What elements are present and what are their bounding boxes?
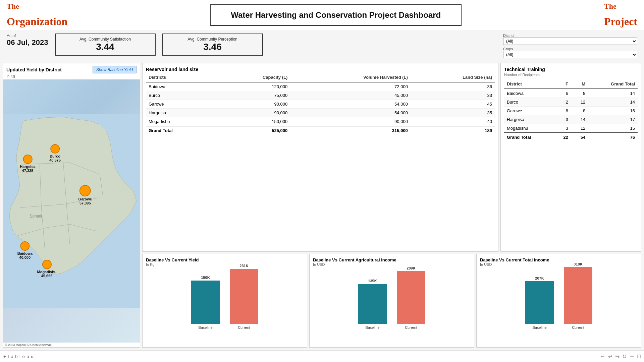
tr-district: Burco [504, 98, 554, 107]
total-income-baseline-group: 207K Baseline [525, 276, 554, 329]
district-filter-group: District (All) [503, 34, 637, 45]
header: The Organization Water Harvesting and Co… [0, 0, 644, 30]
res-capacity: 150,000 [217, 117, 290, 126]
perception-card: Avg. Community Perception 3.46 [162, 34, 263, 56]
agri-current-label: Current [405, 325, 417, 329]
nav-undo-icon[interactable]: ↩ [608, 353, 612, 360]
agri-chart-title: Baseline Vs Current Agricultural Income [313, 257, 471, 262]
res-capacity: 120,000 [217, 82, 290, 91]
agri-bar-chart: 135K Baseline 209K Current [313, 269, 471, 329]
training-row: Hargeisa 3 14 17 [504, 115, 638, 124]
res-land: 40 [411, 117, 495, 126]
tr-total: 14 [588, 98, 638, 107]
res-land: 33 [411, 91, 495, 100]
nav-next-icon[interactable]: → [629, 353, 635, 360]
yield-current-group: 231K Current [230, 264, 258, 329]
training-row: Mogadishu 3 12 15 [504, 124, 638, 133]
tr-total: 14 [588, 89, 638, 98]
reservoir-header-row: Districts Capacity (L) Volume Harvested … [146, 73, 495, 82]
reservoir-row: Hargeisa 90,000 54,000 35 [146, 109, 495, 117]
training-row: Burco 2 12 14 [504, 98, 638, 107]
res-volume: 54,000 [290, 109, 411, 117]
agri-chart-panel: Baseline Vs Current Agricultural Income … [309, 254, 474, 348]
crops-filter-label: Crops [503, 47, 637, 51]
tr-district: Garowe [504, 107, 554, 115]
training-header-row: District F M Grand Total [504, 79, 638, 89]
reservoir-total-row: Grand Total 525,000 315,000 189 [146, 126, 495, 135]
total-income-current-top: 318K [574, 262, 582, 266]
agri-chart-subtitle: In USD [313, 262, 471, 266]
yield-baseline-bar [191, 281, 220, 324]
res-land: 45 [411, 100, 495, 109]
yield-bar-chart: 150K Baseline 231K Current [146, 269, 304, 329]
as-of-section: As of 06 Jul, 2023 [7, 34, 48, 47]
show-baseline-button[interactable]: Show Baseline Yield [93, 66, 137, 73]
reservoir-row: Garowe 90,000 54,000 45 [146, 100, 495, 109]
mogadishu-dot [42, 260, 52, 269]
nav-reload-icon[interactable]: ↻ [622, 353, 627, 360]
city-marker-garowe: Garowe57,395 [78, 185, 92, 205]
tr-f: 2 [554, 98, 571, 107]
map-area: Somali Hargeisa47,335 Burco40,575 Garowe… [3, 79, 140, 343]
col-capacity: Capacity (L) [217, 73, 290, 82]
agri-current-group: 209K Current [397, 266, 425, 329]
reservoir-row: Baidowa 120,000 72,000 36 [146, 82, 495, 91]
training-subtitle: Number of Recipients [504, 73, 638, 77]
yield-chart-title: Baseline Vs Current Yield [146, 257, 304, 262]
as-of-label: As of [7, 34, 48, 38]
tr-m: 12 [571, 98, 588, 107]
tr-m: 12 [571, 124, 588, 133]
nav-prev-icon[interactable]: ← [600, 353, 605, 360]
filters-section: District (All) Crops (All) [503, 34, 637, 60]
svg-text:Somali: Somali [30, 214, 42, 219]
yield-chart-subtitle: In Kg [146, 262, 304, 266]
tr-district: Mogadishu [504, 124, 554, 133]
res-land: 35 [411, 109, 495, 117]
tr-district: Hargeisa [504, 115, 554, 124]
total-income-baseline-label: Baseline [532, 325, 546, 329]
tr-total-f: 22 [554, 133, 571, 141]
nav-redo-icon[interactable]: ↪ [615, 353, 620, 360]
tr-total-label: Grand Total [504, 133, 554, 141]
hargeisa-dot [23, 155, 32, 164]
agri-current-bar [397, 271, 425, 324]
tableau-logo: + t a b l e a u [3, 354, 34, 359]
res-land: 36 [411, 82, 495, 91]
map-subtitle: In Kg [3, 74, 140, 79]
crops-filter-select[interactable]: (All) [503, 51, 637, 58]
tr-total: 17 [588, 115, 638, 124]
main-content: Updated Yield by District Show Baseline … [0, 60, 644, 350]
perception-value: 3.46 [176, 42, 249, 52]
mogadishu-label: Mogadishu45,665 [37, 270, 57, 278]
res-total-volume: 315,000 [290, 126, 411, 135]
res-district: Burco [146, 91, 217, 100]
bottom-row: Baseline Vs Current Yield In Kg 150K Bas… [142, 254, 641, 348]
district-filter-select[interactable]: (All) [503, 38, 637, 45]
res-capacity: 75,000 [217, 91, 290, 100]
agri-baseline-label: Baseline [365, 325, 379, 329]
res-total-label: Grand Total [146, 126, 217, 135]
dashboard-title-box: Water Harvesting and Conservation Projec… [210, 4, 462, 26]
nav-expand-icon[interactable]: □ [637, 353, 641, 360]
city-marker-burco: Burco40,575 [49, 144, 61, 162]
agri-current-top: 209K [407, 266, 415, 270]
yield-current-top: 231K [239, 264, 248, 268]
res-volume: 90,000 [290, 117, 411, 126]
total-income-current-label: Current [572, 325, 584, 329]
agri-baseline-bar [358, 284, 387, 324]
reservoir-table: Districts Capacity (L) Volume Harvested … [146, 73, 495, 135]
footer: + t a b l e a u ← ↩ ↪ ↻ → □ [0, 350, 644, 362]
yield-chart-panel: Baseline Vs Current Yield In Kg 150K Bas… [142, 254, 307, 348]
as-of-date: 06 Jul, 2023 [7, 38, 48, 47]
col-district: Districts [146, 73, 217, 82]
res-volume: 45,000 [290, 91, 411, 100]
res-total-land: 189 [411, 126, 495, 135]
garowe-label: Garowe57,395 [78, 197, 92, 205]
yield-baseline-top: 150K [201, 276, 210, 280]
total-income-current-group: 318K Current [564, 262, 592, 329]
map-svg: Somali [3, 79, 140, 343]
res-capacity: 90,000 [217, 109, 290, 117]
burco-label: Burco40,575 [49, 154, 61, 162]
total-income-chart-subtitle: In USD [480, 262, 638, 266]
perception-label: Avg. Community Perception [176, 37, 249, 42]
